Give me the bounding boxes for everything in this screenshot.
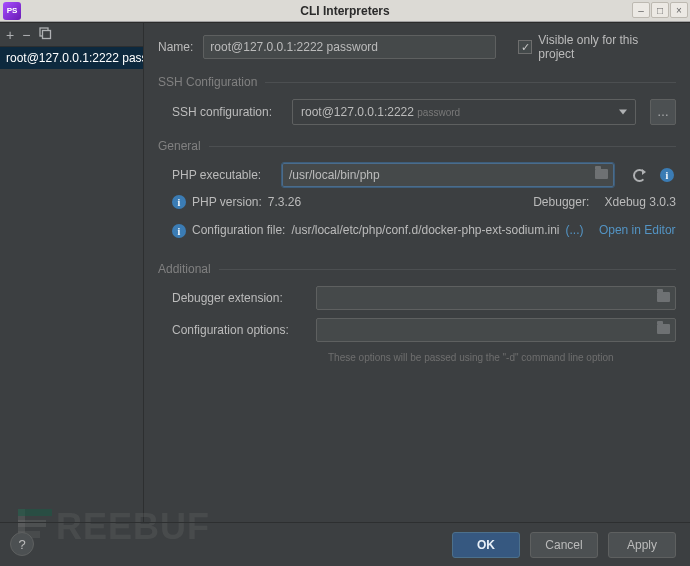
browse-icon[interactable] (657, 291, 670, 305)
additional-section-header: Additional (158, 262, 676, 276)
config-file-more[interactable]: (...) (566, 223, 584, 237)
details-pane: Name: ✓ Visible only for this project SS… (144, 23, 690, 522)
general-section-header: General (158, 139, 676, 153)
window-title: CLI Interpreters (0, 4, 690, 18)
info-icon: i (172, 195, 186, 209)
debugger-ext-input[interactable] (316, 286, 676, 310)
list-item-label: root@127.0.0.1:2222 password (6, 51, 143, 65)
interpreter-list-pane: + − root@127.0.0.1:2222 password (0, 23, 144, 522)
ssh-more-button[interactable]: … (650, 99, 676, 125)
interpreter-list[interactable]: root@127.0.0.1:2222 password (0, 47, 143, 522)
help-button[interactable]: ? (10, 532, 34, 556)
svg-rect-1 (43, 31, 51, 39)
left-toolbar: + − (0, 23, 143, 47)
dialog-button-bar: OK Cancel Apply (0, 522, 690, 566)
config-file-label: Configuration file: (192, 223, 285, 237)
info-icon[interactable]: i (660, 168, 674, 182)
close-icon[interactable]: × (670, 2, 688, 18)
maximize-icon[interactable]: □ (651, 2, 669, 18)
config-file-value: /usr/local/etc/php/conf.d/docker-php-ext… (291, 223, 559, 237)
php-exe-input[interactable] (282, 163, 614, 187)
copy-icon[interactable] (38, 26, 52, 43)
open-in-editor-link[interactable]: Open in Editor (599, 223, 676, 237)
debugger-ext-label: Debugger extension: (172, 291, 306, 305)
reload-icon[interactable] (633, 169, 646, 182)
cancel-button[interactable]: Cancel (530, 532, 598, 558)
php-exe-label: PHP executable: (172, 168, 272, 182)
ssh-config-combo[interactable]: root@127.0.0.1:2222 password (292, 99, 636, 125)
title-bar: PS CLI Interpreters – □ × (0, 0, 690, 22)
php-version-value: 7.3.26 (268, 195, 301, 209)
list-item[interactable]: root@127.0.0.1:2222 password (0, 47, 143, 69)
name-input[interactable] (203, 35, 496, 59)
ssh-section-header: SSH Configuration (158, 75, 676, 89)
main-area: + − root@127.0.0.1:2222 password Name: ✓… (0, 22, 690, 522)
config-options-hint: These options will be passed using the "… (328, 352, 614, 363)
chevron-down-icon (619, 110, 627, 115)
minimize-icon[interactable]: – (632, 2, 650, 18)
config-options-label: Configuration options: (172, 323, 306, 337)
apply-button[interactable]: Apply (608, 532, 676, 558)
debugger-label: Debugger: (533, 195, 589, 209)
visible-only-checkbox[interactable]: ✓ (518, 40, 532, 54)
ssh-config-label: SSH configuration: (172, 105, 282, 119)
add-icon[interactable]: + (6, 27, 14, 43)
debugger-value: Xdebug 3.0.3 (605, 195, 676, 209)
remove-icon[interactable]: − (22, 27, 30, 43)
browse-icon[interactable] (657, 323, 670, 337)
ssh-combo-value: root@127.0.0.1:2222 (301, 105, 414, 119)
browse-icon[interactable] (595, 168, 608, 182)
ssh-combo-hint: password (417, 107, 460, 118)
php-version-label: PHP version: (192, 195, 262, 209)
info-icon: i (172, 224, 186, 238)
visible-only-label: Visible only for this project (538, 33, 676, 61)
ok-button[interactable]: OK (452, 532, 520, 558)
config-options-input[interactable] (316, 318, 676, 342)
name-label: Name: (158, 40, 193, 54)
